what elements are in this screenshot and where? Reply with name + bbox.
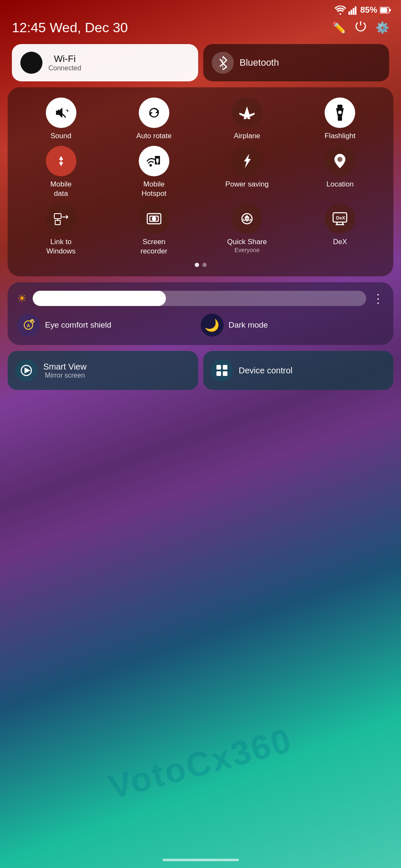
- svg-rect-1: [351, 10, 352, 15]
- auto-rotate-icon: [139, 97, 169, 128]
- svg-rect-3: [355, 6, 356, 15]
- top-toggles: Wi-Fi Connected Bluetooth: [0, 44, 401, 81]
- airplane-icon: [232, 97, 262, 128]
- svg-rect-0: [348, 11, 350, 15]
- dark-mode-icon: 🌙: [201, 314, 224, 337]
- sound-icon: [46, 97, 76, 128]
- dark-mode-label: Dark mode: [229, 320, 268, 330]
- wifi-status-icon: [335, 6, 346, 15]
- dot-inactive: [202, 263, 207, 267]
- qs-mobile-hotspot[interactable]: MobileHotspot: [108, 146, 199, 198]
- svg-point-29: [153, 218, 155, 220]
- edit-icon[interactable]: ✏️: [332, 21, 346, 34]
- power-icon[interactable]: [354, 20, 367, 36]
- flashlight-icon: [325, 97, 355, 128]
- comfort-row: A Eye comfort shield 🌙 Dark mode: [17, 314, 384, 337]
- power-saving-icon: [232, 146, 262, 176]
- wifi-label: Wi-Fi: [48, 53, 81, 64]
- header-actions: ✏️ ⚙️: [332, 20, 389, 36]
- quick-share-text: Quick Share Everyone: [227, 237, 267, 253]
- qs-quick-share[interactable]: Quick Share Everyone: [202, 203, 293, 256]
- svg-text:A: A: [27, 323, 30, 328]
- smart-view-button[interactable]: Smart View Mirror screen: [8, 351, 198, 390]
- link-to-windows-icon: [46, 203, 76, 234]
- qs-power-saving[interactable]: Power saving: [202, 146, 293, 198]
- mobile-data-icon: [46, 146, 76, 176]
- qs-location[interactable]: Location: [294, 146, 386, 198]
- wifi-toggle[interactable]: Wi-Fi Connected: [12, 44, 198, 81]
- wifi-toggle-text: Wi-Fi Connected: [48, 53, 81, 72]
- location-label: Location: [326, 180, 353, 189]
- brightness-slider[interactable]: [33, 291, 366, 306]
- header-row: 12:45 Wed, Dec 30 ✏️ ⚙️: [0, 17, 401, 44]
- eye-comfort-icon: A: [17, 314, 40, 337]
- status-bar: 85%: [0, 0, 401, 17]
- svg-line-9: [66, 110, 68, 111]
- svg-rect-6: [389, 9, 391, 11]
- svg-point-18: [157, 162, 158, 164]
- auto-rotate-label: Auto rotate: [136, 131, 171, 141]
- flashlight-label: Flashlight: [325, 131, 356, 141]
- link-windows-label: Link toWindows: [46, 237, 76, 256]
- svg-rect-5: [381, 8, 387, 12]
- qs-auto-rotate[interactable]: Auto rotate: [108, 97, 199, 141]
- smart-view-sublabel: Mirror screen: [43, 372, 87, 379]
- signal-icon: [348, 6, 358, 15]
- mobile-hotspot-icon: [139, 146, 169, 176]
- bluetooth-toggle[interactable]: Bluetooth: [203, 44, 390, 81]
- qs-screen-recorder[interactable]: Screenrecorder: [108, 203, 199, 256]
- smart-view-label: Smart View: [43, 362, 87, 372]
- qs-flashlight[interactable]: Flashlight: [294, 97, 386, 141]
- qs-airplane[interactable]: Airplane: [202, 97, 293, 141]
- qs-mobile-data[interactable]: Mobiledata: [15, 146, 107, 198]
- dark-mode-item[interactable]: 🌙 Dark mode: [201, 314, 384, 337]
- brightness-more-icon[interactable]: ⋮: [372, 292, 384, 306]
- qs-grid: Sound Auto rotate Airplane: [15, 97, 386, 256]
- device-control-label: Device control: [239, 366, 293, 376]
- mobile-hotspot-label: MobileHotspot: [142, 180, 167, 198]
- home-indicator[interactable]: [163, 859, 239, 861]
- wifi-toggle-icon: [20, 52, 42, 74]
- qs-dex[interactable]: DeX DeX: [294, 203, 386, 256]
- bluetooth-toggle-icon: [212, 52, 234, 74]
- svg-rect-20: [54, 214, 61, 219]
- mobile-data-label: Mobiledata: [50, 180, 72, 198]
- power-saving-label: Power saving: [225, 180, 269, 189]
- airplane-label: Airplane: [234, 131, 260, 141]
- sound-label: Sound: [50, 131, 71, 141]
- quick-settings-panel: Sound Auto rotate Airplane: [8, 87, 393, 276]
- battery-percentage: 85%: [360, 5, 377, 15]
- svg-rect-45: [223, 371, 227, 376]
- wifi-sublabel: Connected: [48, 64, 81, 72]
- svg-point-14: [338, 111, 342, 114]
- status-icons: 85%: [335, 5, 391, 15]
- smart-view-icon: [15, 359, 37, 381]
- svg-rect-17: [156, 159, 159, 162]
- location-icon: [325, 146, 355, 176]
- svg-rect-13: [338, 117, 342, 121]
- svg-rect-43: [223, 365, 227, 370]
- svg-rect-12: [337, 105, 342, 108]
- bluetooth-label: Bluetooth: [240, 57, 279, 68]
- quick-share-icon: [232, 203, 262, 234]
- qs-sound[interactable]: Sound: [15, 97, 107, 141]
- dot-active: [195, 263, 199, 267]
- svg-rect-2: [353, 8, 354, 15]
- smart-view-text: Smart View Mirror screen: [43, 362, 87, 379]
- settings-icon[interactable]: ⚙️: [376, 21, 389, 34]
- svg-text:DeX: DeX: [336, 215, 345, 220]
- svg-rect-44: [216, 371, 221, 376]
- screen-recorder-label: Screenrecorder: [140, 237, 167, 256]
- eye-comfort-item[interactable]: A Eye comfort shield: [17, 314, 201, 337]
- qs-link-to-windows[interactable]: Link toWindows: [15, 203, 107, 256]
- screen-recorder-icon: [139, 203, 169, 234]
- svg-point-16: [149, 164, 152, 167]
- battery-icon: [380, 7, 391, 14]
- quick-share-label: Quick Share: [227, 237, 267, 247]
- svg-marker-41: [25, 368, 29, 373]
- brightness-row: ☀ ⋮: [17, 291, 384, 306]
- device-control-icon: [211, 359, 233, 381]
- device-control-button[interactable]: Device control: [203, 351, 394, 390]
- bottom-buttons: Smart View Mirror screen Device control: [0, 351, 401, 390]
- svg-point-19: [337, 157, 342, 162]
